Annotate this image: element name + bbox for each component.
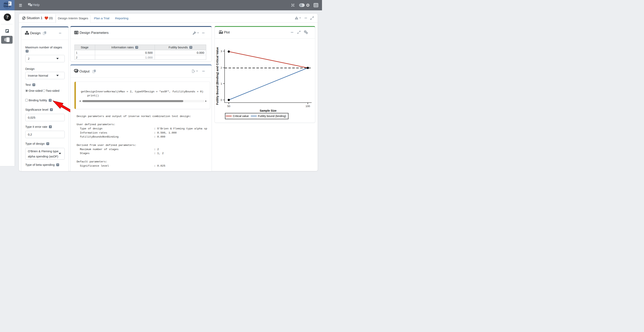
svg-text:1: 1 [220,82,222,85]
svg-text:0: 0 [220,98,222,102]
svg-text:100: 100 [306,105,310,108]
svg-text:Cloud: Cloud [4,5,10,7]
svg-text:?: ? [29,3,30,5]
svg-text:50: 50 [227,105,230,108]
svg-text:Sample Size: Sample Size [260,109,277,112]
svg-text:Futility Bound (Binding) and C: Futility Bound (Binding) and Critical Va… [216,47,219,105]
svg-text:Critical value: Critical value [233,114,249,118]
svg-text:Futility bound (binding): Futility bound (binding) [258,114,286,118]
svg-text:3: 3 [220,50,222,53]
svg-text:2: 2 [220,66,222,69]
svg-text:PACT: PACT [4,2,10,5]
svg-text:R: R [75,70,78,73]
